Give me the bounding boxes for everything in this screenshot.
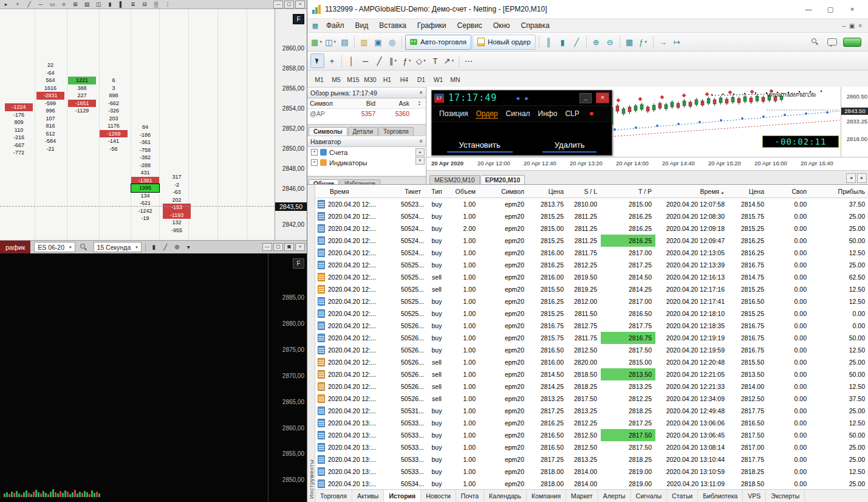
vtp-close-button[interactable]: × — [596, 92, 609, 103]
col-header-4[interactable]: Символ — [479, 188, 528, 195]
volume-bars-icon[interactable]: ▮ — [149, 244, 159, 250]
scroll-down-icon[interactable]: ▼ — [415, 157, 425, 165]
draw-tool-icon[interactable]: ╱ — [161, 244, 170, 250]
toolbox-tab-Алерты[interactable]: Алерты — [598, 490, 631, 502]
expand-icon[interactable]: + — [311, 159, 318, 166]
la-tool-list-settings-icon[interactable]: ≣ — [129, 1, 137, 8]
footprint-price-axis[interactable]: F 2860,002858,002856,002854,002852,00285… — [275, 9, 307, 240]
toolbox-tab-Сигналы[interactable]: Сигналы — [631, 490, 668, 502]
close-button[interactable]: × — [295, 1, 305, 9]
la-tool-select-cursor-icon[interactable]: ▸ — [2, 1, 10, 8]
toolbox-tab-Торговля[interactable]: Торговля — [315, 490, 352, 502]
market-watch-tab-Символы[interactable]: Символы — [309, 127, 347, 136]
vtp-menu-Инфо[interactable]: Инфо — [538, 109, 558, 118]
timeframe-H4[interactable]: H4 — [396, 73, 412, 86]
chat-icon[interactable] — [827, 38, 837, 46]
vtp-menu-Ордер[interactable]: Ордер — [476, 109, 497, 119]
horizontal-line-button[interactable]: ─ — [359, 54, 372, 67]
toolbox-tab-VPS[interactable]: VPS — [743, 490, 766, 502]
toolbox-tab-Календарь[interactable]: Календарь — [484, 490, 527, 502]
vtp-next-icon[interactable]: ▸ — [525, 94, 529, 102]
table-row[interactable]: 2020.04.20 12:...50526...buy1.00epm20281… — [315, 320, 868, 332]
toolbox-tab-Компания[interactable]: Компания — [527, 490, 566, 502]
col-header-1[interactable]: Тикет — [397, 188, 425, 195]
expand-icon[interactable]: + — [311, 149, 318, 156]
market-watch-tab-Детали[interactable]: Детали — [348, 127, 378, 136]
seconds-chart-price-axis[interactable]: F 2885,002880,002875,002870,002865,00286… — [268, 253, 307, 502]
timeframe-M1[interactable]: M1 — [311, 73, 327, 86]
cursor-tool[interactable] — [310, 53, 324, 68]
mdi-minimize-button[interactable]: – — [842, 22, 846, 29]
la-tool-layers-icon[interactable]: ▒ — [152, 1, 160, 8]
la-tool-measure-ruler-icon[interactable]: ─ — [36, 1, 45, 8]
seconds-chart[interactable]: F 2885,002880,002875,002870,002865,00286… — [0, 253, 307, 502]
bars-chart-button[interactable]: ║ — [542, 35, 555, 49]
crosshair-button[interactable]: + — [326, 54, 338, 67]
col-header-2[interactable]: Тип — [425, 188, 449, 195]
chart-area[interactable]: 17 17:17:49 ◂ ▸ _ × ПозицияОрдерСигналИн… — [426, 87, 868, 170]
col-header-7[interactable]: T / P — [601, 188, 655, 195]
table-row[interactable]: 2020.04.20 12:...50525...buy1.00epm20281… — [315, 308, 868, 320]
tile-windows-button[interactable]: ▦ — [623, 35, 636, 49]
candles-chart-button[interactable]: ▮ — [556, 35, 569, 49]
layouts-button[interactable]: ▤ — [338, 35, 351, 49]
col-header-8[interactable]: Время▲ — [655, 188, 728, 195]
timeframe-M30[interactable]: M30 — [362, 73, 378, 86]
zoom-out-button[interactable]: ⊖ — [604, 35, 617, 49]
table-row[interactable]: 2020.04.20 12:...50526...buy1.00epm20281… — [315, 344, 868, 356]
vertical-line-button[interactable]: │ — [345, 54, 358, 67]
col-header-10[interactable]: Своп — [768, 188, 810, 195]
toolbox-tab-История[interactable]: История — [384, 490, 421, 502]
timeframe-M15[interactable]: M15 — [345, 73, 361, 86]
table-row[interactable]: 2020.04.20 12:...50523...buy1.00epm20281… — [315, 198, 868, 210]
table-row[interactable]: 2020.04.20 13:...50533...buy1.00epm20281… — [315, 429, 868, 441]
navigator-tab-Общие[interactable]: Общие — [309, 179, 339, 184]
symbol-select[interactable]: ES 06-20 ▾ — [34, 242, 75, 252]
period-select[interactable]: 15 Секунда ▾ — [94, 242, 142, 252]
more-tools-button[interactable]: ⋯ — [462, 54, 475, 67]
close-button[interactable]: × — [841, 1, 863, 17]
scroll-down-icon[interactable]: ▾ — [414, 103, 420, 106]
toolbox-tab-Почта[interactable]: Почта — [456, 490, 484, 502]
table-row[interactable]: 2020.04.20 12:...50524...buy2.00epm20281… — [315, 222, 868, 235]
toolbox-tab-Статьи[interactable]: Статьи — [667, 490, 698, 502]
col-header-9[interactable]: Цена — [728, 188, 768, 195]
navigator-tab-Избранное[interactable]: Избранное — [340, 179, 380, 184]
table-row[interactable]: 2020.04.20 12:...50526...sell1.00epm2028… — [315, 356, 868, 368]
la-tool-chart-type-icon[interactable]: ▮ — [106, 1, 114, 8]
search-icon[interactable] — [80, 244, 87, 251]
tree-item-Индикаторы[interactable]: +Индикаторы — [307, 157, 426, 168]
menu-Вставка[interactable]: Вставка — [374, 19, 412, 32]
vtp-button-Установить[interactable]: Установить — [447, 140, 513, 153]
table-row[interactable]: 2020.04.20 12:...50526...sell1.00epm2028… — [315, 368, 868, 380]
menu-Сервис[interactable]: Сервис — [452, 19, 488, 32]
next-tab-icon[interactable]: ▸ — [857, 173, 867, 183]
table-row[interactable]: 2020.04.20 12:...50526...sell1.00epm2028… — [315, 393, 868, 405]
scroll-up-icon[interactable]: ▲ — [415, 148, 425, 156]
strategy-tester-button[interactable]: ◎ — [386, 35, 398, 49]
table-row[interactable]: 2020.04.20 13:...50534...buy1.00epm20281… — [315, 478, 868, 490]
toolbox-tab-Маркет[interactable]: Маркет — [566, 490, 598, 502]
maximize-button[interactable]: ▢ — [284, 1, 294, 9]
table-row[interactable]: 2020.04.20 12:...50525...sell1.00epm2028… — [315, 283, 868, 295]
menu-Справка[interactable]: Справка — [516, 19, 555, 32]
table-row[interactable]: 2020.04.20 12:...50526...buy1.00epm20281… — [315, 332, 868, 344]
dropdown-icon[interactable]: ▾ — [184, 244, 193, 250]
la-tool-grid-icon[interactable]: ⊞ — [71, 1, 80, 8]
toolbox-tab-Библиотека[interactable]: Библиотека — [698, 490, 743, 502]
la-tool-panel-view-icon[interactable]: ▤ — [83, 1, 91, 8]
menu-Файл[interactable]: Файл — [321, 19, 350, 32]
table-row[interactable]: 2020.04.20 12:...50524...buy1.00epm20281… — [315, 210, 868, 222]
chart-time-axis[interactable]: 20 Apr 202020 Apr 12:0020 Apr 12:4020 Ap… — [426, 157, 868, 170]
table-row[interactable]: 2020.04.20 12:...50526...sell1.00epm2028… — [315, 380, 868, 393]
table-row[interactable]: 2020.04.20 13:...50533...buy1.00epm20281… — [315, 453, 868, 466]
vtp-minimize-button[interactable]: _ — [579, 93, 592, 103]
data-window-button[interactable]: ▣ — [372, 35, 384, 49]
symbol-row[interactable]: @AP53575360 — [307, 109, 426, 119]
table-row[interactable]: 2020.04.20 12:...50525...buy1.00epm20281… — [315, 295, 868, 308]
search-icon[interactable] — [812, 38, 819, 46]
fibonacci-button[interactable]: ƒ▼ — [401, 54, 414, 67]
profiles-button[interactable]: ◫▼ — [324, 35, 337, 49]
vtp-button-Удалить[interactable]: Удалить — [542, 140, 597, 153]
la-tool-rows-view-icon[interactable]: ≡ — [60, 1, 68, 8]
